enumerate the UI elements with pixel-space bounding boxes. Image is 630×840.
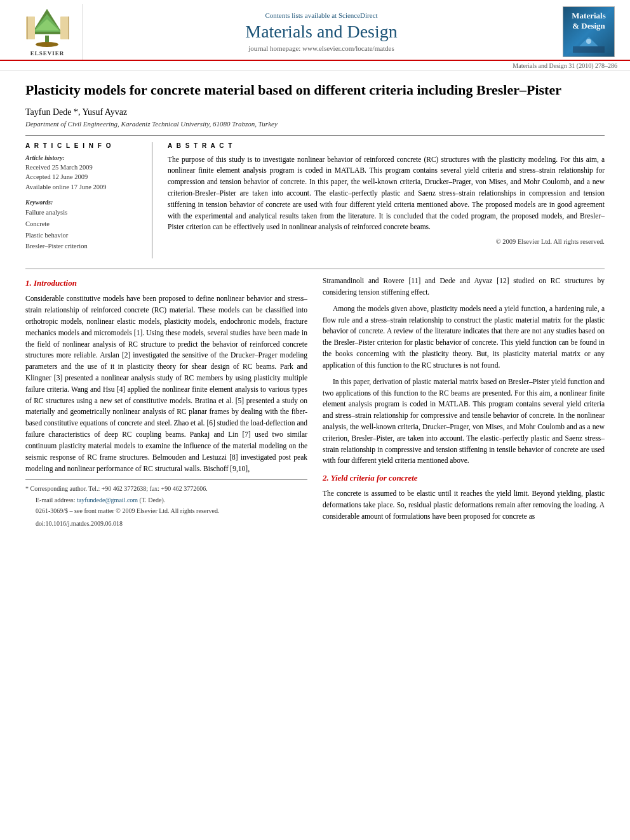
elsevier-logo: ELSEVIER [13,4,83,60]
right-para-3: In this paper, derivation of plastic mat… [323,377,605,467]
email-label: E-mail address: [36,497,75,503]
yield-heading: 2. Yield criteria for concrete [323,472,605,484]
svg-rect-6 [27,17,28,39]
keyword-4: Bresler–Pister criterion [25,241,142,252]
received-date: Received 25 March 2009 [25,163,142,173]
article-info-heading: A R T I C L E I N F O [25,142,142,149]
svg-rect-9 [573,46,605,53]
issn-note: 0261-3069/$ – see front matter © 2009 El… [25,506,307,516]
affiliation: Department of Civil Engineering, Karaden… [25,120,605,128]
svg-point-11 [586,39,591,44]
keywords-section: Keywords: Failure analysis Concrete Plas… [25,199,142,252]
svg-point-1 [36,42,58,47]
journal-homepage: journal homepage: www.elsevier.com/locat… [248,44,394,52]
copyright-line: © 2009 Elsevier Ltd. All rights reserved… [168,238,605,245]
keywords-label: Keywords: [25,199,142,206]
yield-title: Yield criteria for concrete [331,473,418,483]
history-label: Article history: [25,154,142,161]
footnotes: * Corresponding author. Tel.: +90 462 37… [25,479,307,528]
article-title: Plasticity models for concrete material … [25,81,605,100]
section-divider [25,269,605,269]
journal-center: Contents lists available at ScienceDirec… [83,4,560,60]
body-column-left: 1. Introduction Considerable constitutiv… [25,276,307,530]
intro-para-1: Considerable constitutive models have be… [25,293,307,474]
right-para-1: Stramandinoli and Rovere [11] and Dede a… [323,276,605,298]
cover-title-line1: Materials [572,11,605,21]
intro-number: 1. [25,278,32,288]
yield-number: 2. [323,473,329,483]
journal-header: ELSEVIER Contents lists available at Sci… [0,0,630,61]
keyword-1: Failure analysis [25,207,142,218]
right-para-2: Among the models given above, plasticity… [323,303,605,371]
journal-cover: Materials & Design [560,4,617,60]
main-content: Plasticity models for concrete material … [0,71,630,540]
yield-para-1: The concrete is assumed to be elastic un… [323,488,605,522]
science-direct-link[interactable]: ScienceDirect [338,11,378,19]
author-names: Tayfun Dede *, Yusuf Ayvaz [25,107,127,117]
keyword-2: Concrete [25,218,142,230]
corresponding-note: * Corresponding author. Tel.: +90 462 37… [25,484,307,494]
intro-heading: 1. Introduction [25,277,307,290]
authors-line: Tayfun Dede *, Yusuf Ayvaz [25,107,605,117]
email-author-note: (T. Dede). [140,497,166,503]
info-abstract-section: A R T I C L E I N F O Article history: R… [25,135,605,259]
abstract-heading: A B S T R A C T [168,142,605,149]
email-note: E-mail address: tayfundede@gmail.com (T.… [25,495,307,505]
abstract-text: The purpose of this study is to investig… [168,154,605,234]
journal-title-header: Materials and Design [245,22,398,42]
body-columns: 1. Introduction Considerable constitutiv… [25,276,605,530]
body-column-right: Stramandinoli and Rovere [11] and Dede a… [323,276,605,530]
svg-rect-7 [60,17,69,39]
keywords-list: Failure analysis Concrete Plastic behavi… [25,207,142,252]
article-info-panel: A R T I C L E I N F O Article history: R… [25,142,152,259]
intro-title: Introduction [34,278,77,288]
elsevier-tree-icon [21,8,74,48]
journal-ref-line: Materials and Design 31 (2010) 278–286 [0,61,630,71]
elsevier-brand-text: ELSEVIER [30,50,65,57]
svg-rect-8 [68,17,69,39]
email-address: tayfundede@gmail.com [77,497,138,503]
article-history-section: Article history: Received 25 March 2009 … [25,154,142,192]
cover-graphic-icon [573,34,605,53]
cover-title-line2: & Design [572,21,605,31]
accepted-date: Accepted 12 June 2009 [25,172,142,182]
keyword-3: Plastic behavior [25,230,142,241]
cover-image: Materials & Design [563,6,615,57]
abstract-panel: A B S T R A C T The purpose of this stud… [168,142,605,259]
available-date: Available online 17 June 2009 [25,182,142,192]
science-direct-line: Contents lists available at ScienceDirec… [265,11,377,19]
doi-note: doi:10.1016/j.matdes.2009.06.018 [25,519,307,529]
